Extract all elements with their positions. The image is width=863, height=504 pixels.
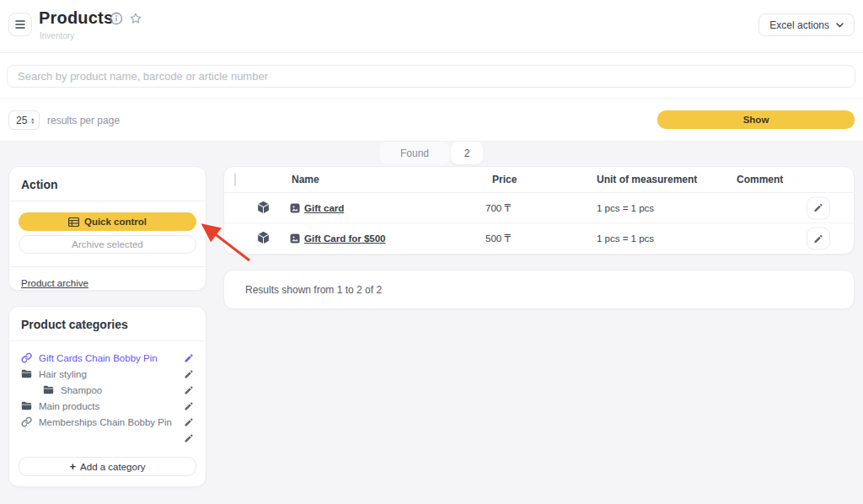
results-summary: Results shown from 1 to 2 of 2 [223, 270, 855, 309]
column-header-price[interactable]: Price [492, 174, 517, 185]
table-row: Gift card 700 ₸ 1 pcs = 1 pcs [224, 193, 854, 223]
folder-icon [21, 369, 32, 378]
product-table: Name Price Unit of measurement Comment G… [223, 166, 855, 255]
edit-category-button[interactable] [184, 401, 194, 411]
edit-category-button[interactable] [184, 385, 194, 395]
column-header-name[interactable]: Name [292, 174, 319, 185]
category-row: Gift Cards Chain Bobby Pin [21, 350, 194, 366]
page-header: Products Inventory Excel actions [0, 0, 863, 53]
table-row: Gift Card for $500 500 ₸ 1 pcs = 1 pcs [224, 223, 854, 254]
edit-category-button[interactable] [184, 433, 194, 443]
product-name-link[interactable]: Gift Card for $500 [304, 233, 386, 244]
table-header-row: Name Price Unit of measurement Comment [224, 167, 854, 193]
product-thumbnail-icon [290, 203, 300, 213]
tab-found-label: Found [400, 147, 429, 159]
edit-category-button[interactable] [184, 417, 194, 427]
package-icon [256, 231, 271, 245]
quick-control-label: Quick control [84, 217, 147, 227]
star-icon[interactable] [129, 12, 142, 25]
archive-selected-button[interactable]: Archive selected [19, 235, 196, 254]
product-categories-panel: Product categories Gift Cards Chain Bobb… [8, 306, 206, 487]
plus-icon: + [70, 460, 77, 473]
select-all-checkbox[interactable] [234, 173, 236, 186]
select-arrows-icon: ▲▼ [30, 117, 35, 124]
category-label[interactable]: Memberships Chain Bobby Pin [39, 417, 184, 427]
package-icon [256, 200, 271, 214]
hamburger-icon [15, 20, 25, 29]
product-archive-link[interactable]: Product archive [21, 278, 88, 288]
product-thumbnail-icon [290, 233, 300, 244]
category-list: Gift Cards Chain Bobby Pin Hair styling [9, 341, 206, 446]
category-row: Hair styling [21, 366, 194, 382]
column-header-comment[interactable]: Comment [737, 174, 783, 185]
category-row: Main products [21, 398, 194, 414]
folder-icon [21, 401, 32, 410]
edit-product-button[interactable] [807, 196, 830, 219]
page-title: Products [39, 8, 113, 28]
per-page-label: results per page [47, 115, 120, 126]
category-label[interactable]: Main products [39, 401, 184, 411]
product-price: 700 ₸ [485, 202, 511, 214]
tab-found[interactable]: Found [380, 142, 449, 164]
results-summary-text: Results shown from 1 to 2 of 2 [245, 284, 382, 296]
show-button[interactable]: Show [657, 110, 855, 129]
category-row [21, 430, 194, 446]
edit-category-button[interactable] [184, 353, 194, 363]
info-icon[interactable] [110, 12, 123, 25]
category-label[interactable]: Shampoo [61, 385, 184, 395]
add-category-button[interactable]: + Add a category [19, 457, 196, 476]
search-input[interactable] [7, 65, 855, 88]
product-unit: 1 pcs = 1 pcs [597, 203, 654, 213]
category-label[interactable]: Gift Cards Chain Bobby Pin [39, 353, 184, 363]
search-section [0, 53, 863, 99]
results-per-page-bar: 25 ▲▼ results per page Show [0, 99, 863, 142]
category-row: Shampoo [21, 382, 194, 398]
per-page-value: 25 [16, 115, 27, 126]
link-icon [21, 352, 32, 363]
product-table-body: Gift card 700 ₸ 1 pcs = 1 pcs [224, 193, 854, 254]
pencil-icon [184, 369, 194, 379]
column-header-unit[interactable]: Unit of measurement [597, 174, 697, 185]
breadcrumb-subtitle: Inventory [40, 31, 74, 40]
categories-panel-title: Product categories [9, 307, 206, 340]
chevron-down-icon [836, 23, 844, 28]
per-page-select[interactable]: 25 ▲▼ [8, 110, 40, 130]
product-name-link[interactable]: Gift card [304, 203, 344, 213]
category-label[interactable]: Hair styling [39, 369, 184, 379]
pencil-icon [184, 401, 194, 411]
quick-control-icon [68, 217, 79, 227]
pencil-icon [184, 433, 194, 443]
action-panel: Action Quick control Archive selected Pr… [8, 166, 206, 291]
excel-actions-button[interactable]: Excel actions [758, 13, 855, 36]
add-category-label: Add a category [80, 462, 145, 472]
pencil-icon [813, 233, 823, 244]
pencil-icon [184, 417, 194, 427]
tab-found-count[interactable]: 2 [451, 142, 483, 164]
pencil-icon [184, 385, 194, 395]
edit-product-button[interactable] [807, 228, 830, 250]
excel-actions-label: Excel actions [769, 19, 829, 31]
edit-category-button[interactable] [184, 369, 194, 379]
menu-button[interactable] [8, 13, 32, 36]
pencil-icon [813, 203, 823, 213]
category-row: Memberships Chain Bobby Pin [21, 414, 194, 430]
pencil-icon [184, 353, 194, 363]
product-price: 500 ₸ [485, 233, 511, 244]
folder-icon [43, 385, 54, 394]
product-unit: 1 pcs = 1 pcs [597, 233, 654, 244]
action-panel-title: Action [9, 167, 206, 201]
link-icon [21, 416, 32, 427]
divider [9, 201, 206, 201]
quick-control-button[interactable]: Quick control [19, 212, 196, 231]
